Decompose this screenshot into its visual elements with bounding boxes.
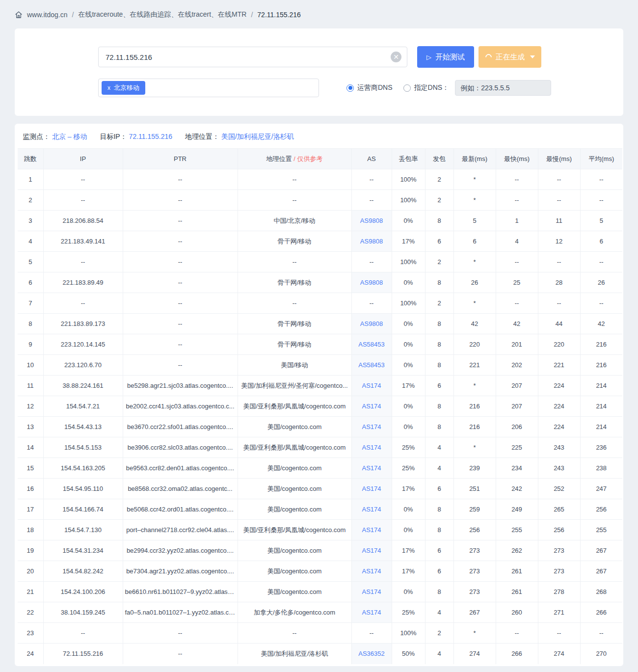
as-cell: AS9808	[351, 314, 392, 334]
latest-cell: 273	[453, 582, 496, 602]
breadcrumb-separator: /	[251, 11, 253, 19]
location-cell: 美国/加利福尼亚/洛杉矶	[238, 644, 351, 664]
as-link[interactable]: AS174	[362, 547, 381, 554]
breadcrumb-home[interactable]: www.itdog.cn	[27, 11, 67, 19]
ptr-cell: --	[123, 355, 238, 376]
table-row: 1138.88.224.161be5298.agr21.sjc03.atlas.…	[18, 376, 622, 396]
clear-icon[interactable]: ✕	[391, 52, 401, 62]
as-link[interactable]: AS9808	[360, 320, 383, 327]
as-link[interactable]: AS174	[362, 444, 381, 451]
sent-cell: 6	[425, 231, 453, 252]
radio-selected-icon[interactable]	[346, 84, 354, 92]
latest-cell: 5	[453, 211, 496, 231]
custom-dns-radio[interactable]: 指定DNS：	[403, 83, 450, 92]
table-row: 13154.54.43.13be3670.ccr22.sfo01.atlas.c…	[18, 417, 622, 437]
target-input[interactable]	[98, 47, 407, 67]
as-link[interactable]: AS58453	[358, 361, 385, 369]
slowest-cell: 252	[538, 479, 580, 499]
as-link[interactable]: AS36352	[358, 650, 385, 657]
start-test-button[interactable]: ▷ 开始测试	[417, 46, 474, 68]
as-cell: AS9808	[351, 231, 392, 252]
geo-location-value[interactable]: 美国/加利福尼亚/洛杉矶	[221, 133, 294, 140]
as-link[interactable]: AS174	[362, 506, 381, 513]
loss-cell: 0%	[392, 417, 425, 437]
target-input-wrap: ✕	[98, 47, 407, 67]
table-row: 4221.183.49.141--骨干网/移动AS980817%664126	[18, 231, 622, 252]
fastest-cell: --	[496, 190, 538, 211]
fastest-cell: 4	[496, 231, 538, 252]
table-row: 6221.183.89.49--骨干网/移动AS98080%826252826	[18, 272, 622, 293]
slowest-cell: 12	[538, 231, 580, 252]
node-tag[interactable]: x 北京移动	[102, 81, 145, 95]
monitor-value[interactable]: 北京 – 移动	[52, 133, 87, 140]
ip-cell: 218.206.88.54	[43, 211, 123, 231]
sent-cell: 6	[425, 561, 453, 582]
target-ip-value[interactable]: 72.11.155.216	[129, 133, 173, 140]
fastest-cell: 25	[496, 272, 538, 293]
slowest-cell: --	[538, 169, 580, 190]
as-link[interactable]: AS9808	[360, 238, 383, 245]
as-link[interactable]: AS174	[362, 485, 381, 492]
spinner-icon	[484, 53, 493, 61]
as-link[interactable]: AS9808	[360, 279, 383, 286]
as-link[interactable]: AS174	[362, 588, 381, 595]
as-link[interactable]: AS58453	[358, 341, 385, 348]
as-link[interactable]: AS174	[362, 423, 381, 430]
as-link[interactable]: AS9808	[360, 217, 383, 224]
average-cell: --	[580, 293, 622, 314]
as-link[interactable]: AS174	[362, 526, 381, 534]
average-cell: 5	[580, 211, 622, 231]
as-cell: AS174	[351, 499, 392, 520]
tag-remove-icon[interactable]: x	[107, 84, 110, 91]
loss-cell: 0%	[392, 334, 425, 355]
sent-cell: 8	[425, 582, 453, 602]
hop-cell: 10	[18, 355, 43, 376]
radio-unselected-icon[interactable]	[403, 84, 411, 92]
header-slowest: 最慢(ms)	[538, 149, 580, 169]
ip-cell: --	[43, 190, 123, 211]
fastest-cell: 202	[496, 355, 538, 376]
average-cell: 6	[580, 231, 622, 252]
location-cell: 中国/北京/移动	[238, 211, 351, 231]
loss-cell: 25%	[392, 602, 425, 623]
slowest-cell: 274	[538, 644, 580, 664]
hop-cell: 8	[18, 314, 43, 334]
as-cell: AS36352	[351, 644, 392, 664]
latest-cell: *	[453, 623, 496, 644]
fastest-cell: 207	[496, 396, 538, 417]
table-row: 12154.54.7.21be2002.ccr41.sjc03.atlas.co…	[18, 396, 622, 417]
custom-dns-input[interactable]	[455, 80, 551, 96]
generating-button[interactable]: 正在生成	[478, 46, 541, 68]
hop-cell: 1	[18, 169, 43, 190]
ip-cell: 223.120.6.70	[43, 355, 123, 376]
node-tag-input[interactable]: x 北京移动	[98, 79, 319, 97]
average-cell: 238	[580, 458, 622, 479]
play-icon: ▷	[426, 54, 431, 61]
as-link[interactable]: AS174	[362, 403, 381, 410]
ptr-cell: --	[123, 272, 238, 293]
ip-cell: 154.54.7.21	[43, 396, 123, 417]
ip-cell: 38.88.224.161	[43, 376, 123, 396]
home-icon[interactable]	[15, 11, 23, 19]
breadcrumb: www.itdog.cn / 在线traceroute、在线路由追踪、在线tra…	[0, 0, 638, 28]
loss-cell: 0%	[392, 272, 425, 293]
fastest-cell: 262	[496, 540, 538, 561]
loss-cell: 17%	[392, 376, 425, 396]
loss-cell: 100%	[392, 252, 425, 272]
sent-cell: 2	[425, 623, 453, 644]
hop-cell: 24	[18, 644, 43, 664]
isp-dns-radio[interactable]: 运营商DNS	[346, 83, 393, 92]
ip-cell: --	[43, 293, 123, 314]
as-link[interactable]: AS174	[362, 464, 381, 472]
start-test-label: 开始测试	[435, 53, 465, 62]
fastest-cell: 260	[496, 602, 538, 623]
average-cell: 267	[580, 561, 622, 582]
as-link[interactable]: AS174	[362, 609, 381, 616]
as-cell: --	[351, 252, 392, 272]
ip-cell: 38.104.159.245	[43, 602, 123, 623]
as-cell: --	[351, 190, 392, 211]
breadcrumb-path[interactable]: 在线traceroute、在线路由追踪、在线tracert、在线MTR	[78, 10, 246, 19]
as-cell: AS174	[351, 376, 392, 396]
as-link[interactable]: AS174	[362, 567, 381, 575]
as-link[interactable]: AS174	[362, 382, 381, 389]
